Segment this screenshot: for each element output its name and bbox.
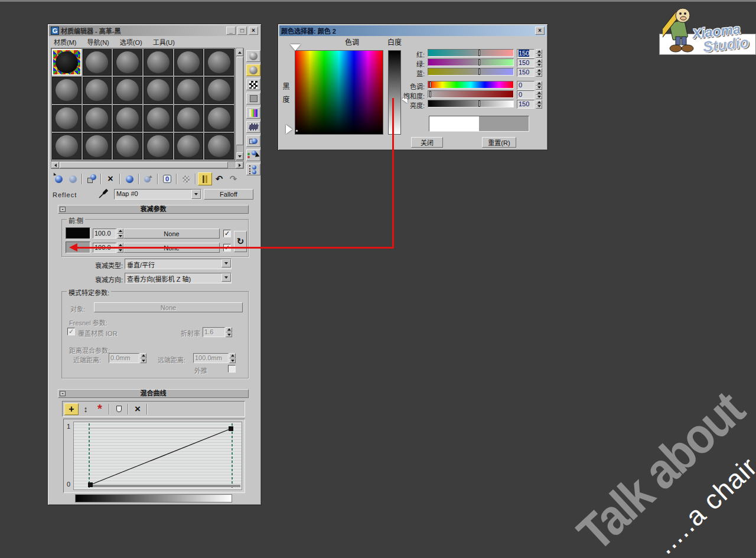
assign-material-button[interactable]	[84, 172, 99, 185]
red-slider[interactable]	[428, 49, 514, 57]
menu-material[interactable]: 材质(M)	[54, 37, 77, 47]
scroll-up-icon[interactable]	[236, 48, 243, 56]
object-pick-button[interactable]: None	[94, 302, 243, 312]
slots-horizontal-scrollbar[interactable]	[51, 161, 244, 169]
front-map-button[interactable]: None	[123, 229, 220, 239]
spinner-up-icon[interactable]	[226, 327, 232, 332]
dropdown-arrow-icon[interactable]	[221, 273, 231, 282]
material-slot[interactable]	[113, 133, 142, 159]
value-slider[interactable]	[428, 100, 514, 107]
blackness-marker-icon[interactable]	[286, 125, 292, 134]
color-selector-titlebar[interactable]: 颜色选择器: 颜色 2 ×	[279, 25, 546, 36]
mix-curve-rollout[interactable]: - 混合曲线	[58, 389, 249, 398]
hue-value-field[interactable]: 0	[517, 81, 535, 90]
close-button[interactable]: ×	[249, 27, 258, 35]
material-slot[interactable]	[174, 49, 204, 76]
hue-blackness-picker[interactable]	[295, 50, 383, 135]
material-map-navigator-button[interactable]	[246, 164, 260, 175]
near-distance-spinner[interactable]	[140, 353, 146, 363]
spinner-up-icon[interactable]	[117, 229, 123, 234]
material-slot[interactable]	[144, 105, 173, 132]
maximize-button[interactable]: □	[237, 27, 247, 35]
go-to-parent-button[interactable]: ↶	[212, 172, 226, 185]
override-ior-checkbox[interactable]: ✓	[67, 328, 75, 335]
go-forward-sibling-button[interactable]: ↷	[226, 172, 240, 185]
green-spinner[interactable]	[536, 58, 542, 67]
saturation-slider[interactable]	[428, 90, 514, 98]
material-slot[interactable]	[174, 105, 204, 132]
options-button[interactable]	[246, 135, 260, 147]
front-map-checkbox[interactable]: ✓	[223, 230, 231, 237]
blue-spinner[interactable]	[536, 68, 542, 77]
near-distance-field[interactable]: 0.0mm	[109, 353, 139, 363]
move-point-button[interactable]: +	[64, 403, 79, 415]
material-slot[interactable]	[113, 77, 142, 103]
scroll-down-icon[interactable]	[236, 152, 243, 160]
front-amount-field[interactable]: 100.0	[93, 229, 116, 239]
map-name-dropdown[interactable]: Map #0	[114, 189, 201, 200]
spinner-down-icon[interactable]	[536, 86, 542, 90]
front-color-swatch[interactable]	[66, 227, 90, 239]
scroll-left-icon[interactable]	[51, 162, 59, 168]
spinner-down-icon[interactable]	[536, 54, 542, 58]
select-by-material-button[interactable]	[246, 149, 260, 161]
red-value-field[interactable]: 150	[517, 49, 535, 58]
slots-vertical-scrollbar[interactable]	[236, 48, 244, 161]
falloff-type-dropdown[interactable]: 垂直/平行	[125, 259, 232, 269]
close-dialog-button[interactable]: 关闭	[411, 137, 443, 148]
mix-curve-plot[interactable]	[73, 422, 242, 490]
extrapolate-checkbox[interactable]	[228, 365, 236, 373]
dropdown-arrow-icon[interactable]	[221, 259, 231, 267]
material-slot[interactable]	[204, 77, 234, 103]
material-slot[interactable]	[83, 77, 112, 103]
close-button[interactable]: ×	[535, 27, 545, 35]
put-material-to-scene-button[interactable]	[66, 172, 80, 185]
material-slot[interactable]	[174, 133, 204, 159]
hue-slider[interactable]	[428, 81, 514, 89]
hue-spinner[interactable]	[536, 81, 542, 90]
material-slot[interactable]	[52, 77, 82, 103]
spinner-down-icon[interactable]	[140, 358, 146, 364]
material-slot[interactable]	[52, 49, 82, 76]
spinner-up-icon[interactable]	[140, 353, 146, 358]
material-id-channel-button[interactable]: 0	[160, 172, 174, 185]
scale-point-button[interactable]: ↕	[79, 403, 93, 415]
blue-slider[interactable]	[428, 68, 514, 76]
menu-options[interactable]: 选项(O)	[120, 37, 142, 47]
far-distance-spinner[interactable]	[229, 353, 236, 363]
backlight-button[interactable]	[246, 64, 260, 76]
add-point-button[interactable]: *	[93, 403, 107, 415]
collapse-icon[interactable]: -	[60, 391, 66, 396]
menu-utilities[interactable]: 工具(U)	[153, 37, 175, 47]
video-color-check-button[interactable]	[246, 107, 260, 119]
material-slot[interactable]	[144, 133, 173, 159]
spinner-down-icon[interactable]	[536, 95, 542, 100]
material-slot[interactable]	[204, 105, 234, 132]
spinner-up-icon[interactable]	[536, 100, 542, 105]
material-slot[interactable]	[52, 105, 82, 132]
material-slot[interactable]	[204, 49, 234, 76]
make-material-copy-button[interactable]	[122, 172, 136, 185]
material-slot[interactable]	[144, 49, 173, 76]
far-distance-field[interactable]: 100.0mm	[193, 353, 229, 363]
dropdown-arrow-icon[interactable]	[191, 190, 201, 199]
ior-field[interactable]: 1.6	[203, 327, 225, 337]
spinner-down-icon[interactable]	[117, 234, 123, 239]
vertical-scroll-thumb[interactable]	[236, 57, 243, 145]
spinner-up-icon[interactable]	[536, 90, 542, 95]
material-slot[interactable]	[52, 133, 82, 159]
red-spinner[interactable]	[536, 49, 542, 58]
spinner-down-icon[interactable]	[536, 73, 542, 77]
green-value-field[interactable]: 150	[517, 58, 535, 67]
map-type-button[interactable]: Falloff	[204, 189, 253, 200]
material-slot[interactable]	[83, 49, 112, 76]
saturation-spinner[interactable]	[536, 90, 542, 99]
delete-point-button[interactable]	[112, 403, 126, 415]
blue-value-field[interactable]: 150	[517, 68, 535, 77]
hue-marker-icon[interactable]	[290, 44, 301, 51]
eyedropper-icon[interactable]	[97, 188, 109, 201]
saturation-value-field[interactable]: 0	[517, 90, 535, 99]
horizontal-scroll-thumb[interactable]	[60, 162, 228, 168]
get-material-button[interactable]	[51, 172, 66, 185]
green-slider[interactable]	[428, 58, 514, 66]
